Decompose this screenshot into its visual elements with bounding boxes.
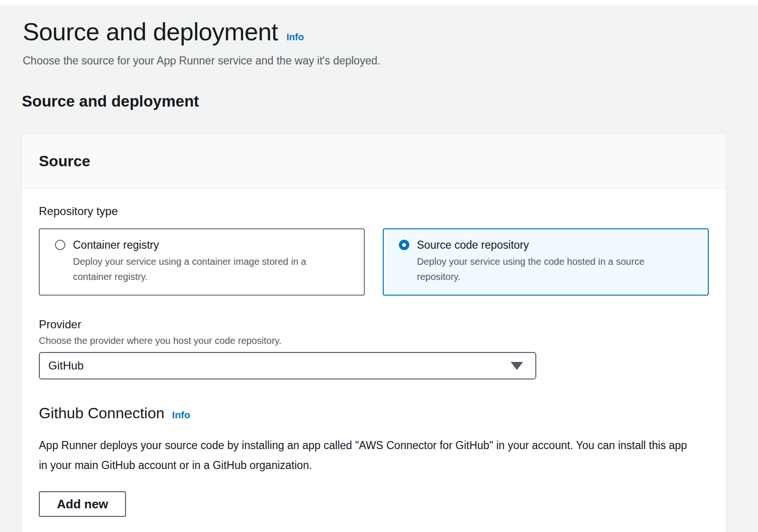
tile-container-registry-label: Container registry xyxy=(73,238,159,252)
tile-source-code-repository-header: Source code repository xyxy=(399,238,696,252)
tile-container-registry-description: Deploy your service using a container im… xyxy=(73,254,338,284)
source-card-header: Source xyxy=(22,134,726,189)
page-title: Source and deployment xyxy=(23,18,278,45)
page-title-info-link[interactable]: Info xyxy=(287,32,304,43)
source-card: Source Repository type Container registr… xyxy=(22,134,726,532)
page-subtitle: Choose the source for your App Runner se… xyxy=(22,54,726,67)
provider-select[interactable]: GitHub xyxy=(39,352,536,379)
tile-source-code-repository[interactable]: Source code repository Deploy your servi… xyxy=(383,228,709,296)
source-card-body: Repository type Container registry Deplo… xyxy=(22,189,726,517)
add-new-button[interactable]: Add new xyxy=(39,491,126,517)
radio-selected-icon[interactable] xyxy=(399,240,409,250)
repository-type-tiles: Container registry Deploy your service u… xyxy=(39,228,709,296)
provider-field: Provider Choose the provider where you h… xyxy=(39,318,709,379)
tile-source-code-repository-description: Deploy your service using the code hoste… xyxy=(417,254,682,284)
page-content: Source and deployment Info Choose the so… xyxy=(0,6,758,532)
tile-container-registry-header: Container registry xyxy=(55,238,352,252)
source-card-title: Source xyxy=(39,153,90,170)
tile-container-registry[interactable]: Container registry Deploy your service u… xyxy=(39,228,365,296)
github-connection-description: App Runner deploys your source code by i… xyxy=(39,435,689,475)
section-heading: Source and deployment xyxy=(22,93,726,110)
provider-select-value: GitHub xyxy=(48,359,84,372)
github-connection-header: Github Connection Info xyxy=(39,404,709,422)
repository-type-label: Repository type xyxy=(39,205,709,218)
provider-description: Choose the provider where you host your … xyxy=(39,334,709,347)
tile-source-code-repository-label: Source code repository xyxy=(417,238,529,252)
page-header: Source and deployment Info xyxy=(22,18,726,45)
github-connection-heading: Github Connection xyxy=(39,404,164,422)
dropdown-arrow-icon xyxy=(511,362,523,370)
github-connection-info-link[interactable]: Info xyxy=(172,409,190,421)
provider-label: Provider xyxy=(39,318,709,331)
radio-unselected-icon[interactable] xyxy=(55,240,65,250)
